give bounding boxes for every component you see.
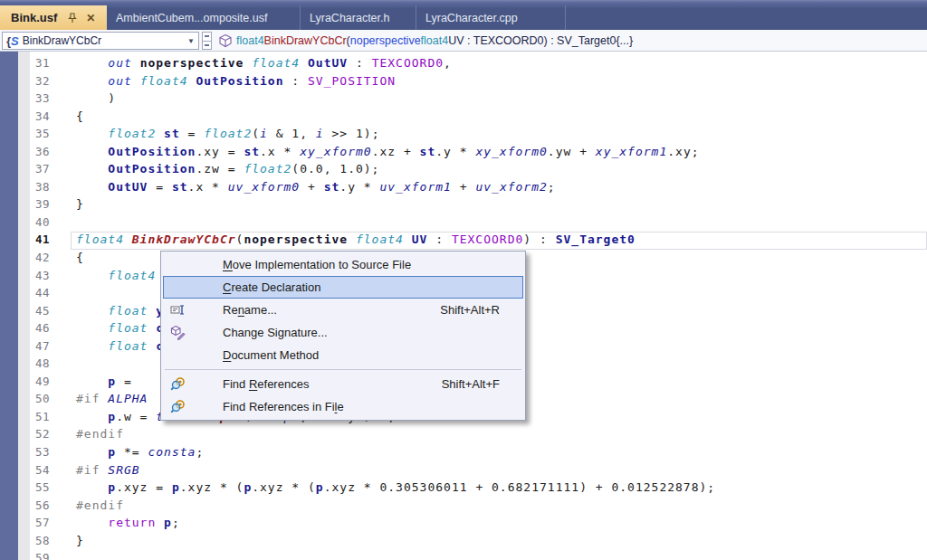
token bbox=[300, 56, 308, 70]
scope-icon: {S bbox=[6, 34, 19, 48]
tab-active[interactable]: Bink.usf ✕ bbox=[0, 5, 107, 30]
token: p bbox=[172, 480, 180, 494]
token bbox=[76, 162, 108, 176]
token bbox=[348, 233, 356, 246]
token: OutPosition bbox=[108, 162, 196, 176]
tab-lyracharacter-cpp[interactable]: LyraCharacter.cpp bbox=[416, 5, 566, 30]
line-number: 55 bbox=[18, 479, 50, 497]
find-references-icon bbox=[170, 376, 186, 392]
menu-item-move-implementation-to-source-file[interactable]: Move Implementation to Source File bbox=[163, 253, 523, 276]
code-line[interactable]: 57 return p; bbox=[0, 514, 927, 532]
navbar-splitter-control[interactable] bbox=[202, 32, 212, 50]
code-line[interactable]: 35 float2 st = float2(i & 1, i >> 1); bbox=[0, 125, 927, 143]
code-line[interactable]: 34{ bbox=[0, 108, 927, 126]
line-number: 45 bbox=[18, 302, 50, 320]
tab-lyracharacter-h[interactable]: LyraCharacter.h bbox=[301, 5, 416, 30]
refactor-context-menu: Move Implementation to Source FileCreate… bbox=[160, 251, 526, 421]
tab-label: LyraCharacter.cpp bbox=[425, 12, 518, 24]
tab-label: Bink.usf bbox=[11, 11, 57, 24]
menu-item-label: Move Implementation to Source File bbox=[223, 253, 411, 276]
line-number: 51 bbox=[18, 408, 50, 426]
token: .y * bbox=[435, 145, 475, 158]
token: ) bbox=[76, 91, 116, 105]
token: TEXCOORD0 bbox=[372, 56, 444, 70]
find-references-icon bbox=[170, 399, 186, 414]
token: out bbox=[108, 56, 131, 70]
token: SV_POSITION bbox=[308, 74, 396, 88]
token bbox=[76, 516, 108, 529]
code-line[interactable]: 41float4 BinkDrawYCbCr(noperspective flo… bbox=[0, 231, 927, 249]
token: { bbox=[76, 251, 84, 264]
code-line[interactable]: 31 out noperspective float4 OutUV : TEXC… bbox=[0, 54, 927, 72]
menu-item-change-signature[interactable]: Change Signature... bbox=[163, 321, 523, 344]
pin-icon[interactable] bbox=[66, 12, 79, 24]
token: , bbox=[444, 56, 452, 70]
code-line[interactable]: 52#endif bbox=[0, 425, 927, 443]
menu-item-create-declaration[interactable]: Create Declaration bbox=[163, 276, 523, 299]
code-line[interactable]: 55 p.xyz = p.xyz * (p.xyz * (p.xyz * 0.3… bbox=[0, 479, 927, 497]
token: st bbox=[420, 145, 436, 158]
line-number: 41 bbox=[18, 231, 50, 249]
code-line[interactable]: 33 ) bbox=[0, 90, 927, 108]
menu-item-find-references[interactable]: Find ReferencesShift+Alt+F bbox=[163, 373, 523, 395]
token bbox=[76, 74, 108, 88]
code-line[interactable]: 36 OutPosition.xy = st.x * xy_xform0.xz … bbox=[0, 143, 927, 161]
menu-item-find-references-in-file[interactable]: Find References in File bbox=[163, 395, 523, 418]
code-line[interactable]: 54#if SRGB bbox=[0, 461, 927, 479]
line-number: 40 bbox=[18, 214, 50, 232]
line-number: 48 bbox=[18, 355, 50, 373]
code-text: #if ALPHA bbox=[76, 390, 148, 408]
token: UV bbox=[412, 233, 428, 246]
token: : bbox=[427, 233, 451, 246]
line-number: 35 bbox=[18, 125, 50, 143]
menu-item-label: Find References in File bbox=[223, 395, 344, 418]
token: UV : TEXCOORD0) : SV_Target0{...} bbox=[448, 34, 633, 47]
menu-item-rename[interactable]: Rename...Shift+Alt+R bbox=[163, 299, 523, 321]
token: ; bbox=[172, 516, 180, 529]
token: .y * bbox=[339, 180, 379, 194]
code-line[interactable]: 56#endif bbox=[0, 497, 927, 515]
token: float2 bbox=[204, 127, 252, 140]
code-text: p.xyz = p.xyz * (p.xyz * (p.xyz * 0.3053… bbox=[76, 479, 715, 497]
code-text: { bbox=[76, 108, 84, 126]
code-text: float2 st = float2(i & 1, i >> 1); bbox=[76, 125, 379, 143]
code-line[interactable]: 53 p *= consta; bbox=[0, 443, 927, 461]
chevron-down-icon[interactable]: ▼ bbox=[187, 37, 195, 45]
token: uv_xform1 bbox=[379, 180, 451, 194]
token: consta bbox=[148, 445, 196, 459]
code-line[interactable]: 38 OutUV = st.x * uv_xform0 + st.y * uv_… bbox=[0, 178, 927, 196]
token: TEXCOORD0 bbox=[452, 233, 523, 246]
line-number: 56 bbox=[18, 497, 50, 515]
code-line[interactable]: 58} bbox=[0, 532, 927, 550]
code-line[interactable]: 40 bbox=[0, 214, 927, 232]
scope-dropdown[interactable]: {S BinkDrawYCbCr ▼ bbox=[2, 32, 199, 50]
close-icon[interactable]: ✕ bbox=[84, 12, 97, 24]
line-number: 38 bbox=[18, 178, 50, 196]
token: (0.0, 1.0); bbox=[291, 162, 379, 176]
token: p bbox=[108, 480, 116, 494]
token: : bbox=[284, 74, 308, 88]
tab-ambientcubem-omposite-usf[interactable]: AmbientCubem...omposite.usf bbox=[107, 5, 301, 30]
menu-item-label: Change Signature... bbox=[223, 321, 328, 344]
line-number: 49 bbox=[18, 373, 50, 391]
token: float4 bbox=[108, 269, 156, 282]
code-line[interactable]: 37 OutPosition.zw = float2(0.0, 1.0); bbox=[0, 160, 927, 178]
member-signature-dropdown[interactable]: float4 BinkDrawYCbCr(noperspective float… bbox=[236, 30, 633, 51]
token: .xy; bbox=[667, 145, 699, 158]
code-line[interactable]: 32 out float4 OutPosition : SV_POSITION bbox=[0, 72, 927, 90]
token bbox=[76, 410, 108, 423]
code-line[interactable]: 39} bbox=[0, 195, 927, 214]
token: .yw + bbox=[548, 145, 596, 158]
token bbox=[76, 180, 108, 194]
token bbox=[76, 445, 108, 459]
menu-item-document-method[interactable]: Document Method bbox=[163, 344, 523, 366]
token: #if bbox=[76, 463, 108, 477]
token: float2 bbox=[108, 127, 156, 140]
token: >> 1); bbox=[324, 127, 380, 140]
token: .xyz * ( bbox=[180, 480, 244, 494]
menu-item-label: Document Method bbox=[223, 344, 319, 366]
token: float bbox=[108, 339, 148, 353]
navigation-bar: {S BinkDrawYCbCr ▼ float4 BinkDrawYCbCr(… bbox=[0, 30, 927, 52]
code-line[interactable]: 59 bbox=[0, 549, 927, 560]
token: ( bbox=[252, 127, 260, 140]
